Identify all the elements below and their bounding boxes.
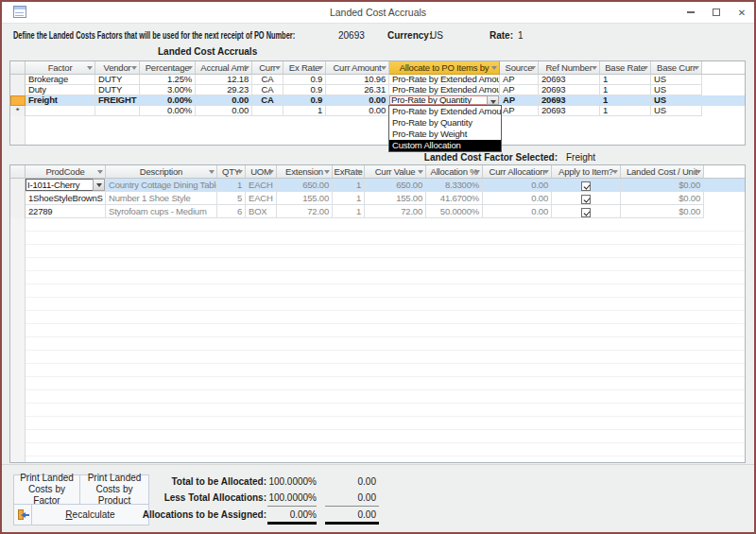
column-header-curr[interactable]: Curr bbox=[252, 61, 284, 75]
factors-cell-curr[interactable]: CA bbox=[252, 85, 284, 95]
filter-arrow-icon[interactable] bbox=[244, 66, 249, 70]
column-header-extension[interactable]: Extension bbox=[277, 165, 333, 179]
column-header-curr-amount[interactable]: Curr Amount bbox=[326, 61, 389, 75]
products-cell-apply-to-item-[interactable] bbox=[552, 179, 621, 192]
factors-cell-base-rate[interactable]: 1 bbox=[600, 106, 651, 116]
filter-arrow-icon[interactable] bbox=[696, 170, 701, 174]
factors-cell-base-curr[interactable]: US bbox=[651, 85, 702, 95]
factors-cell-curr-amount[interactable]: 10.96 bbox=[326, 75, 389, 85]
factors-cell-factor[interactable] bbox=[26, 106, 95, 116]
factors-cell-ex-rate[interactable]: 0.9 bbox=[284, 95, 326, 106]
products-cell-description[interactable]: Number 1 Shoe Style bbox=[106, 192, 217, 205]
products-cell-uom[interactable]: EACH bbox=[246, 192, 277, 205]
combo-field[interactable]: I-1011-Cherry bbox=[26, 179, 105, 191]
products-cell-apply-to-item-[interactable] bbox=[552, 205, 621, 218]
apply-checkbox-checked[interactable] bbox=[581, 208, 591, 217]
factors-cell-source[interactable]: AP bbox=[500, 106, 539, 116]
factors-cell-source[interactable]: AP bbox=[500, 95, 539, 106]
products-cell-curr-value[interactable]: 72.00 bbox=[365, 205, 426, 218]
column-header-description[interactable]: Description bbox=[106, 165, 217, 179]
filter-arrow-icon[interactable] bbox=[87, 66, 93, 70]
products-cell-prodcode[interactable]: I-1011-Cherry bbox=[26, 179, 106, 192]
factors-cell-factor[interactable]: Brokerage bbox=[26, 75, 95, 85]
factors-cell-curr[interactable]: CA bbox=[252, 75, 284, 85]
dropdown-item[interactable]: Pro-Rate by Weight bbox=[389, 129, 501, 140]
column-header-landed-cost-unit[interactable]: Landed Cost / Unit bbox=[621, 165, 704, 179]
products-cell-landed-cost-unit[interactable]: $0.00 bbox=[621, 205, 704, 218]
row-selector[interactable] bbox=[10, 192, 26, 205]
factors-cell-curr-amount[interactable]: 26.31 bbox=[326, 85, 389, 95]
factors-cell-ex-rate[interactable]: 0.9 bbox=[284, 85, 326, 95]
combo-field[interactable]: Pro-Rate by Quantity bbox=[389, 95, 499, 105]
column-header-ex-rate[interactable]: Ex Rate bbox=[284, 61, 326, 75]
products-cell-qty[interactable]: 1 bbox=[217, 179, 246, 192]
filter-arrow-icon[interactable] bbox=[237, 170, 243, 174]
products-cell-description[interactable]: Styrofoam cups - Medium bbox=[106, 205, 217, 218]
select-all-corner[interactable] bbox=[10, 165, 26, 179]
row-selector[interactable] bbox=[10, 75, 26, 85]
column-header-curr-allocation[interactable]: Curr Allocation bbox=[483, 165, 552, 179]
factors-cell-curr-amount[interactable]: 0.00 bbox=[326, 106, 389, 116]
column-header-qty[interactable]: QTY bbox=[217, 165, 246, 179]
factors-cell-vendor[interactable]: DUTY bbox=[95, 85, 140, 95]
apply-checkbox-checked[interactable] bbox=[581, 195, 591, 204]
close-button[interactable]: ✕ bbox=[735, 6, 748, 19]
column-header-allocation-[interactable]: Allocation % bbox=[426, 165, 483, 179]
factors-cell-vendor[interactable]: FREIGHT bbox=[95, 95, 140, 106]
column-header-factor[interactable]: Factor bbox=[26, 61, 95, 75]
filter-arrow-icon[interactable] bbox=[324, 170, 330, 174]
filter-arrow-icon[interactable] bbox=[318, 66, 323, 70]
filter-arrow-icon[interactable] bbox=[530, 66, 536, 70]
factors-cell-percentage[interactable]: 0.00% bbox=[140, 106, 196, 116]
filter-arrow-icon[interactable] bbox=[381, 66, 387, 70]
filter-arrow-icon[interactable] bbox=[131, 66, 137, 70]
products-cell-curr-allocation[interactable]: 0.00 bbox=[483, 192, 552, 205]
combo-value[interactable]: Pro-Rate by Quantity bbox=[389, 95, 487, 105]
filter-arrow-icon[interactable] bbox=[612, 170, 618, 174]
factors-cell-factor[interactable]: Duty bbox=[26, 85, 95, 95]
products-cell-prodcode[interactable]: 22789 bbox=[26, 205, 106, 218]
factors-cell-base-curr[interactable]: US bbox=[651, 106, 702, 116]
factors-cell-percentage[interactable]: 0.00% bbox=[140, 95, 196, 106]
dropdown-item[interactable]: Pro-Rate by Quantity bbox=[389, 117, 501, 129]
column-header-allocate-to-po-items-by[interactable]: Allocate to PO Items by bbox=[389, 61, 500, 75]
row-selector[interactable]: * bbox=[10, 106, 26, 116]
factors-cell-base-rate[interactable]: 1 bbox=[600, 85, 651, 95]
row-selector[interactable] bbox=[10, 85, 26, 95]
combo-value[interactable]: I-1011-Cherry bbox=[26, 179, 93, 191]
filter-arrow-icon[interactable] bbox=[275, 66, 281, 70]
factors-cell-vendor[interactable] bbox=[95, 106, 140, 116]
column-header-base-rate[interactable]: Base Rate bbox=[600, 61, 651, 75]
factors-cell-accrual-amt[interactable]: 0.00 bbox=[196, 106, 252, 116]
products-cell-curr-allocation[interactable]: 0.00 bbox=[483, 205, 552, 218]
row-selector[interactable] bbox=[10, 205, 26, 218]
column-header-curr-value[interactable]: Curr Value bbox=[365, 165, 426, 179]
products-cell-landed-cost-unit[interactable]: $0.00 bbox=[621, 179, 704, 192]
factors-cell-source[interactable]: AP bbox=[500, 85, 539, 95]
filter-arrow-icon[interactable] bbox=[474, 170, 480, 174]
factors-cell-curr[interactable]: CA bbox=[252, 95, 284, 106]
products-cell-landed-cost-unit[interactable]: $0.00 bbox=[621, 192, 704, 205]
filter-arrow-icon[interactable] bbox=[209, 170, 215, 174]
products-cell-allocation-[interactable]: 41.6700% bbox=[426, 192, 483, 205]
column-header-source[interactable]: Source bbox=[500, 61, 539, 75]
factors-cell-allocate-to-po-items-by[interactable]: Pro-Rate by Extended Amount bbox=[389, 75, 500, 85]
column-header-vendor[interactable]: Vendor bbox=[95, 61, 140, 75]
filter-arrow-icon[interactable] bbox=[491, 66, 497, 70]
factors-cell-ref-number[interactable]: 20693 bbox=[539, 95, 600, 106]
column-header-apply-to-item-[interactable]: Apply to Item? bbox=[552, 165, 621, 179]
factors-cell-allocate-to-po-items-by[interactable]: Pro-Rate by Extended Amount bbox=[389, 85, 500, 95]
products-cell-exrate[interactable]: 1 bbox=[333, 192, 365, 205]
dropdown-item[interactable]: Custom Allocation bbox=[389, 140, 501, 151]
factors-cell-curr-amount[interactable]: 0.00 bbox=[326, 95, 389, 106]
factors-cell-percentage[interactable]: 3.00% bbox=[140, 85, 196, 95]
products-cell-qty[interactable]: 5 bbox=[217, 192, 246, 205]
products-cell-allocation-[interactable]: 8.3300% bbox=[426, 179, 483, 192]
filter-arrow-icon[interactable] bbox=[592, 66, 597, 70]
minimize-button[interactable] bbox=[684, 6, 697, 19]
factors-cell-base-curr[interactable]: US bbox=[651, 75, 702, 85]
factors-cell-ref-number[interactable]: 20693 bbox=[539, 106, 600, 116]
column-header-ref-number[interactable]: Ref Number bbox=[539, 61, 600, 75]
filter-arrow-icon[interactable] bbox=[356, 170, 362, 174]
products-cell-curr-value[interactable]: 155.00 bbox=[365, 192, 426, 205]
